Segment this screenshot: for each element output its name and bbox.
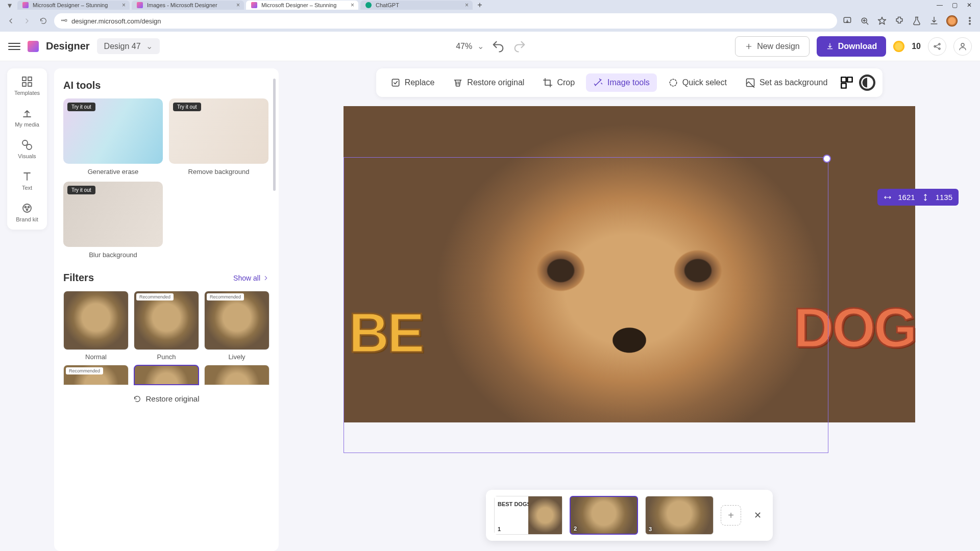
- svg-rect-27: [842, 83, 846, 88]
- pages-strip: BEST DOGS TAILS1 2 3 + ✕: [486, 490, 773, 541]
- back-icon[interactable]: [5, 15, 16, 27]
- set-background-button[interactable]: Set as background: [738, 73, 835, 92]
- maximize-icon[interactable]: ▢: [952, 2, 958, 9]
- filters-title: Filters: [63, 272, 94, 284]
- svg-point-6: [969, 20, 971, 22]
- add-page-button[interactable]: +: [721, 505, 741, 525]
- quick-select-button[interactable]: Quick select: [661, 73, 734, 92]
- tool-thumbnail: Try it out: [169, 98, 268, 164]
- image-tools-button[interactable]: Image tools: [586, 73, 657, 92]
- filter-punch[interactable]: RecommendedPunch: [134, 291, 199, 361]
- design-canvas[interactable]: BE DOG 1621 1135: [344, 106, 915, 422]
- tool-remove-background[interactable]: Try it out Remove background: [169, 98, 268, 176]
- minimize-icon[interactable]: —: [937, 2, 943, 9]
- replace-button[interactable]: Replace: [383, 73, 442, 92]
- browser-tab-3-active[interactable]: Microsoft Designer – Stunning×: [246, 1, 358, 10]
- close-icon[interactable]: ×: [122, 2, 126, 9]
- main-area: Templates My media Visuals Text Brand ki…: [0, 61, 980, 551]
- height-icon: [921, 193, 929, 202]
- svg-rect-14: [22, 83, 26, 86]
- reload-icon[interactable]: [38, 15, 49, 27]
- zoom-icon[interactable]: [860, 16, 870, 26]
- rail-text[interactable]: Text: [21, 170, 33, 191]
- browser-tab-2[interactable]: Images - Microsoft Designer×: [132, 1, 244, 10]
- svg-point-18: [23, 204, 31, 212]
- credits-count[interactable]: 10: [912, 42, 921, 51]
- color-picker-icon[interactable]: [839, 74, 855, 91]
- try-badge: Try it out: [67, 186, 95, 194]
- restore-original-button[interactable]: Restore original: [446, 73, 531, 92]
- svg-point-5: [969, 17, 971, 19]
- brand-kit-icon: [21, 202, 33, 214]
- hamburger-icon[interactable]: [8, 40, 20, 53]
- new-tab-button[interactable]: +: [475, 0, 485, 10]
- redo-icon[interactable]: [512, 39, 527, 54]
- page-thumb-3[interactable]: 3: [645, 496, 714, 535]
- close-icon[interactable]: ×: [351, 2, 354, 9]
- chevron-down-icon: ⌄: [146, 41, 153, 51]
- rail-brand-kit[interactable]: Brand kit: [16, 202, 38, 222]
- labs-icon[interactable]: [912, 16, 922, 26]
- window-controls: — ▢ ✕: [937, 2, 976, 9]
- zoom-control[interactable]: 47% ⌄: [456, 41, 484, 51]
- show-all-link[interactable]: Show all: [233, 274, 270, 282]
- tool-label: Generative erase: [88, 168, 139, 176]
- address-bar[interactable]: designer.microsoft.com/design: [54, 13, 837, 29]
- new-design-button[interactable]: New design: [735, 36, 810, 57]
- filter-option[interactable]: Recommended: [63, 365, 129, 385]
- menu-icon[interactable]: [965, 16, 975, 26]
- tab-dropdown-icon[interactable]: ▾: [4, 0, 15, 11]
- design-name-dropdown[interactable]: Design 47 ⌄: [97, 38, 160, 54]
- account-icon[interactable]: [953, 37, 972, 56]
- download-button[interactable]: Download: [817, 36, 886, 57]
- selection-width: 1621: [898, 193, 915, 202]
- brand-name: Designer: [46, 40, 90, 52]
- browser-tab-4[interactable]: ChatGPT×: [360, 1, 473, 10]
- close-icon[interactable]: ×: [236, 2, 240, 9]
- filter-option[interactable]: [204, 365, 270, 385]
- chevron-down-icon: ⌄: [477, 41, 484, 51]
- downloads-icon[interactable]: [929, 16, 939, 26]
- install-icon[interactable]: [842, 16, 852, 26]
- zoom-value: 47%: [456, 42, 472, 51]
- dimensions-badge: 1621 1135: [877, 189, 959, 206]
- url-actions: [842, 15, 975, 27]
- rail-my-media[interactable]: My media: [15, 107, 39, 128]
- rail-templates[interactable]: Templates: [14, 76, 40, 96]
- browser-tab-1[interactable]: Microsoft Designer – Stunning×: [17, 1, 130, 10]
- svg-point-0: [62, 20, 63, 21]
- filter-thumb: [63, 291, 129, 350]
- undo-icon[interactable]: [491, 39, 505, 54]
- tool-blur-background[interactable]: Try it out Blur background: [63, 182, 163, 259]
- favicon-icon: [251, 2, 257, 8]
- close-strip-icon[interactable]: ✕: [750, 508, 765, 522]
- crop-button[interactable]: Crop: [535, 73, 582, 92]
- url-text: designer.microsoft.com/design: [71, 17, 161, 25]
- site-info-icon[interactable]: [60, 17, 67, 26]
- selection-box[interactable]: [344, 157, 828, 453]
- restore-original-link[interactable]: Restore original: [63, 394, 270, 403]
- filter-normal[interactable]: Normal: [63, 291, 129, 361]
- ai-tools-panel: AI tools Try it out Generative erase Try…: [54, 68, 279, 551]
- bookmark-icon[interactable]: [877, 16, 887, 26]
- download-label: Download: [838, 42, 877, 51]
- svg-point-21: [26, 209, 28, 211]
- profile-avatar-icon[interactable]: [946, 15, 958, 27]
- page-thumb-2-active[interactable]: 2: [570, 496, 638, 535]
- close-icon[interactable]: ×: [465, 2, 469, 9]
- page-thumb-1[interactable]: BEST DOGS TAILS1: [494, 496, 562, 535]
- filter-option-selected[interactable]: [134, 365, 199, 385]
- svg-rect-12: [22, 77, 26, 81]
- design-name-text: Design 47: [104, 42, 141, 51]
- try-badge: Try it out: [67, 103, 95, 111]
- contrast-icon[interactable]: [859, 74, 875, 91]
- rail-visuals[interactable]: Visuals: [18, 139, 36, 159]
- filter-thumb: Recommended: [134, 291, 199, 350]
- forward-icon[interactable]: [21, 15, 33, 27]
- extensions-icon[interactable]: [894, 16, 904, 26]
- close-window-icon[interactable]: ✕: [967, 2, 972, 9]
- share-icon[interactable]: [928, 37, 946, 56]
- background-icon: [745, 78, 755, 88]
- tool-generative-erase[interactable]: Try it out Generative erase: [63, 98, 163, 176]
- filter-lively[interactable]: RecommendedLively: [204, 291, 270, 361]
